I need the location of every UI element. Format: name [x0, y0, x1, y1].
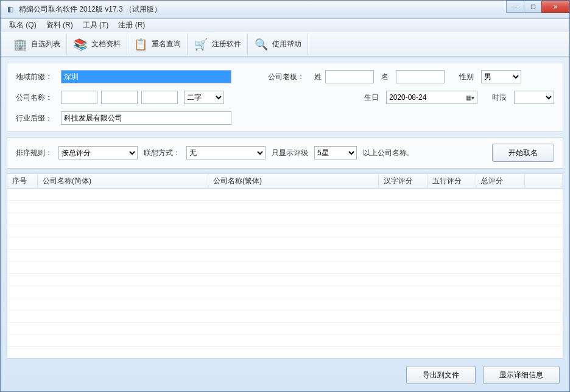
th-name-simp[interactable]: 公司名称(简体) — [38, 174, 208, 188]
industry-suffix-label: 行业后缀： — [16, 113, 61, 124]
maximize-button[interactable]: ☐ — [524, 1, 542, 13]
tool-custom-list[interactable]: 🏢 自选列表 — [7, 33, 67, 55]
show-only-label: 只显示评级 — [272, 148, 308, 158]
menu-naming[interactable]: 取名 (Q) — [4, 19, 41, 32]
table-row[interactable] — [7, 201, 563, 213]
rating-select[interactable]: 5星 — [314, 146, 357, 159]
books-icon: 📚 — [73, 37, 88, 52]
form-row-1: 地域前缀： 公司老板： 姓 名 性别 男 — [16, 69, 554, 84]
table-row[interactable] — [7, 237, 563, 250]
titlebar: ◧ 精编公司取名软件 2012版 v17.3 （试用版） ─ ☐ ✕ — [1, 1, 569, 19]
table-row[interactable] — [7, 310, 563, 323]
minimize-button[interactable]: ─ — [506, 1, 524, 13]
region-prefix-input[interactable] — [61, 70, 231, 83]
th-name-trad[interactable]: 公司名称(繁体) — [208, 174, 379, 188]
table-row[interactable] — [7, 323, 563, 335]
th-total-score[interactable]: 总评分 — [476, 174, 525, 188]
cart-icon: 🛒 — [194, 37, 208, 52]
surname-label: 姓 — [311, 72, 325, 82]
tool-dup-check[interactable]: 📋 重名查询 — [127, 33, 188, 55]
th-hanzi-score[interactable]: 汉字评分 — [379, 174, 427, 188]
close-button[interactable]: ✕ — [541, 1, 569, 13]
table-row[interactable] — [7, 213, 563, 225]
suffix-text: 以上公司名称。 — [363, 148, 414, 158]
birthday-picker[interactable]: 2020-08-24 ▦▾ — [386, 91, 477, 104]
company-name-input-2[interactable] — [101, 91, 138, 104]
birthday-label: 生日 — [364, 93, 386, 103]
boss-label: 公司老板： — [268, 72, 311, 82]
company-name-label: 公司名称： — [16, 93, 61, 103]
table-row[interactable] — [7, 286, 563, 298]
table-row[interactable] — [7, 225, 563, 237]
th-extra — [525, 174, 563, 188]
hour-label: 时辰 — [492, 93, 514, 103]
table-row[interactable] — [7, 189, 563, 201]
form-panel: 地域前缀： 公司老板： 姓 名 性别 男 公司名称： — [7, 63, 563, 132]
region-prefix-label: 地域前缀： — [16, 72, 61, 82]
tool-label: 文档资料 — [91, 39, 121, 49]
calendar-icon: ▦▾ — [466, 94, 474, 101]
tool-label: 使用帮助 — [272, 39, 301, 49]
main-window: ◧ 精编公司取名软件 2012版 v17.3 （试用版） ─ ☐ ✕ 取名 (Q… — [0, 0, 570, 392]
form-row-2: 公司名称： 二字 生日 2020-08-24 ▦▾ 时辰 — [16, 90, 554, 105]
gender-select[interactable]: 男 — [481, 70, 521, 83]
content-area: 地域前缀： 公司老板： 姓 名 性别 男 公司名称： — [1, 57, 569, 391]
results-table: 序号 公司名称(简体) 公司名称(繁体) 汉字评分 五行评分 总评分 — [7, 173, 563, 359]
form-row-3: 行业后缀： — [16, 111, 554, 125]
building-icon: 🏢 — [13, 37, 27, 52]
assoc-label: 联想方式： — [144, 148, 180, 158]
export-button[interactable]: 导出到文件 — [406, 366, 476, 384]
tool-doc-materials[interactable]: 📚 文档资料 — [67, 33, 127, 55]
tool-label: 重名查询 — [152, 39, 181, 49]
th-no[interactable]: 序号 — [7, 174, 38, 188]
word-count-select[interactable]: 二字 — [184, 91, 224, 104]
table-body — [7, 189, 563, 358]
tool-label: 自选列表 — [31, 39, 60, 49]
tool-label: 注册软件 — [212, 39, 241, 49]
table-row[interactable] — [7, 262, 563, 274]
givenname-input[interactable] — [396, 70, 445, 83]
table-row[interactable] — [7, 274, 563, 286]
assoc-select[interactable]: 无 — [186, 146, 266, 159]
tool-help[interactable]: 🔍 使用帮助 — [248, 33, 308, 55]
company-name-input-3[interactable] — [141, 91, 178, 104]
table-row[interactable] — [7, 335, 563, 347]
filter-panel: 排序规则： 按总评分 联想方式： 无 只显示评级 5星 以上公司名称。 开始取名 — [7, 137, 563, 169]
industry-suffix-input[interactable] — [61, 111, 231, 125]
givenname-label: 名 — [374, 72, 396, 82]
menu-tools[interactable]: 工具 (T) — [78, 19, 114, 32]
magnifier-icon: 🔍 — [254, 37, 269, 52]
menu-register[interactable]: 注册 (R) — [113, 19, 150, 32]
tool-register[interactable]: 🛒 注册软件 — [188, 33, 248, 55]
sort-rule-label: 排序规则： — [16, 148, 52, 158]
details-button[interactable]: 显示详细信息 — [483, 366, 560, 384]
table-row[interactable] — [7, 250, 563, 262]
start-naming-button[interactable]: 开始取名 — [492, 144, 554, 162]
bottom-bar: 导出到文件 显示详细信息 — [7, 363, 563, 385]
menubar: 取名 (Q) 资料 (R) 工具 (T) 注册 (R) — [1, 19, 569, 32]
toolbar: 🏢 自选列表 📚 文档资料 📋 重名查询 🛒 注册软件 🔍 使用帮助 — [1, 32, 569, 57]
th-wuxing-score[interactable]: 五行评分 — [427, 174, 476, 188]
table-row[interactable] — [7, 298, 563, 310]
table-header: 序号 公司名称(简体) 公司名称(繁体) 汉字评分 五行评分 总评分 — [7, 174, 563, 189]
hour-select[interactable] — [514, 91, 554, 104]
birthday-value: 2020-08-24 — [389, 93, 426, 102]
gender-label: 性别 — [459, 72, 481, 82]
window-controls: ─ ☐ ✕ — [507, 1, 569, 13]
sort-rule-select[interactable]: 按总评分 — [58, 146, 138, 159]
window-title: 精编公司取名软件 2012版 v17.3 （试用版） — [19, 4, 161, 15]
company-name-input-1[interactable] — [61, 91, 97, 104]
menu-materials[interactable]: 资料 (R) — [41, 19, 78, 32]
list-icon: 📋 — [133, 37, 148, 52]
app-icon: ◧ — [5, 5, 15, 15]
surname-input[interactable] — [325, 70, 374, 83]
